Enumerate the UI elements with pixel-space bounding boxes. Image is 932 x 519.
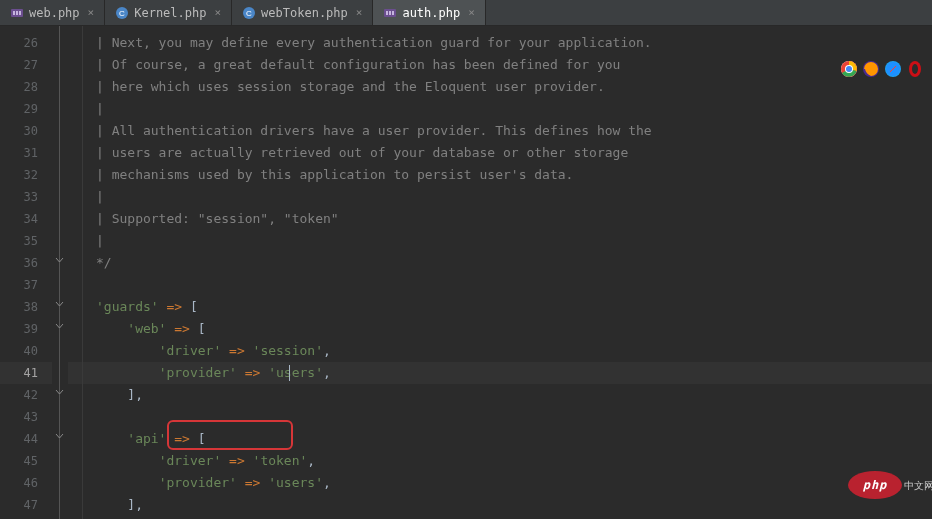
close-icon[interactable]: ×	[356, 6, 363, 19]
tab-label: web.php	[29, 6, 80, 20]
line-number: 39	[0, 318, 52, 340]
tab-Kernel-php[interactable]: CKernel.php×	[105, 0, 232, 25]
code-line[interactable]	[68, 274, 932, 296]
line-number: 30	[0, 120, 52, 142]
line-number: 37	[0, 274, 52, 296]
code-line[interactable]: 'api' => [	[68, 428, 932, 450]
class-file-icon: C	[115, 6, 129, 20]
badge-text: 中文网	[904, 479, 932, 493]
code-line[interactable]: |	[68, 230, 932, 252]
line-number: 45	[0, 450, 52, 472]
tab-label: auth.php	[402, 6, 460, 20]
code-line[interactable]: |	[68, 186, 932, 208]
line-number: 33	[0, 186, 52, 208]
code-line[interactable]: | here which uses session storage and th…	[68, 76, 932, 98]
code-line[interactable]: | All authentication drivers have a user…	[68, 120, 932, 142]
tab-label: webToken.php	[261, 6, 348, 20]
code-line[interactable]: ],	[68, 384, 932, 406]
editor-tabs: web.php×CKernel.php×CwebToken.php×auth.p…	[0, 0, 932, 26]
close-icon[interactable]: ×	[214, 6, 221, 19]
safari-icon[interactable]	[884, 60, 902, 78]
code-line[interactable]: 'provider' => 'users',	[68, 472, 932, 494]
code-line[interactable]: | Next, you may define every authenticat…	[68, 32, 932, 54]
watermark-badge: php 中文网	[848, 471, 902, 499]
line-number: 46	[0, 472, 52, 494]
svg-text:C: C	[246, 9, 252, 18]
code-line[interactable]	[68, 406, 932, 428]
line-number: 42	[0, 384, 52, 406]
fold-gutter	[52, 26, 68, 519]
close-icon[interactable]: ×	[88, 6, 95, 19]
fold-marker-icon[interactable]	[54, 384, 65, 406]
tab-webToken-php[interactable]: CwebToken.php×	[232, 0, 373, 25]
opera-icon[interactable]	[906, 60, 924, 78]
line-number: 36	[0, 252, 52, 274]
line-number: 43	[0, 406, 52, 428]
line-number: 35	[0, 230, 52, 252]
fold-marker-icon[interactable]	[54, 428, 65, 450]
close-icon[interactable]: ×	[468, 6, 475, 19]
line-number: 34	[0, 208, 52, 230]
php-file-icon	[10, 6, 24, 20]
code-line[interactable]: |	[68, 98, 932, 120]
php-logo: php	[848, 471, 902, 499]
svg-rect-1	[13, 11, 15, 15]
php-file-icon	[383, 6, 397, 20]
svg-rect-9	[386, 11, 388, 15]
line-number: 27	[0, 54, 52, 76]
line-number: 28	[0, 76, 52, 98]
svg-rect-2	[16, 11, 18, 15]
fold-marker-icon[interactable]	[54, 296, 65, 318]
line-number: 47	[0, 494, 52, 516]
code-line[interactable]: */	[68, 252, 932, 274]
tab-web-php[interactable]: web.php×	[0, 0, 105, 25]
svg-rect-11	[392, 11, 394, 15]
svg-rect-3	[19, 11, 21, 15]
svg-text:C: C	[119, 9, 125, 18]
line-number: 41	[0, 362, 52, 384]
svg-point-15	[846, 66, 852, 72]
code-line[interactable]: 'driver' => 'session',	[68, 340, 932, 362]
tab-label: Kernel.php	[134, 6, 206, 20]
editor-body: 2627282930313233343536373839404142434445…	[0, 26, 932, 519]
code-line[interactable]: ],	[68, 494, 932, 516]
line-number: 31	[0, 142, 52, 164]
line-number-gutter: 2627282930313233343536373839404142434445…	[0, 26, 52, 519]
firefox-icon[interactable]	[862, 60, 880, 78]
code-line[interactable]: 'guards' => [	[68, 296, 932, 318]
svg-rect-10	[389, 11, 391, 15]
line-number: 26	[0, 32, 52, 54]
code-area[interactable]: | Next, you may define every authenticat…	[68, 26, 932, 519]
code-line[interactable]: 'provider' => 'users',	[68, 362, 932, 384]
class-file-icon: C	[242, 6, 256, 20]
browser-toolbar	[840, 60, 924, 78]
code-line[interactable]: 'driver' => 'token',	[68, 450, 932, 472]
line-number: 29	[0, 98, 52, 120]
svg-point-20	[912, 64, 918, 74]
code-line[interactable]: | users are actually retrieved out of yo…	[68, 142, 932, 164]
line-number: 44	[0, 428, 52, 450]
text-cursor	[289, 365, 290, 381]
code-line[interactable]: 'web' => [	[68, 318, 932, 340]
line-number: 32	[0, 164, 52, 186]
tab-auth-php[interactable]: auth.php×	[373, 0, 485, 25]
code-line[interactable]: | Of course, a great default configurati…	[68, 54, 932, 76]
line-number: 40	[0, 340, 52, 362]
fold-marker-icon[interactable]	[54, 318, 65, 340]
line-number: 38	[0, 296, 52, 318]
fold-marker-icon[interactable]	[54, 252, 65, 274]
code-line[interactable]: | Supported: "session", "token"	[68, 208, 932, 230]
code-line[interactable]: | mechanisms used by this application to…	[68, 164, 932, 186]
chrome-icon[interactable]	[840, 60, 858, 78]
